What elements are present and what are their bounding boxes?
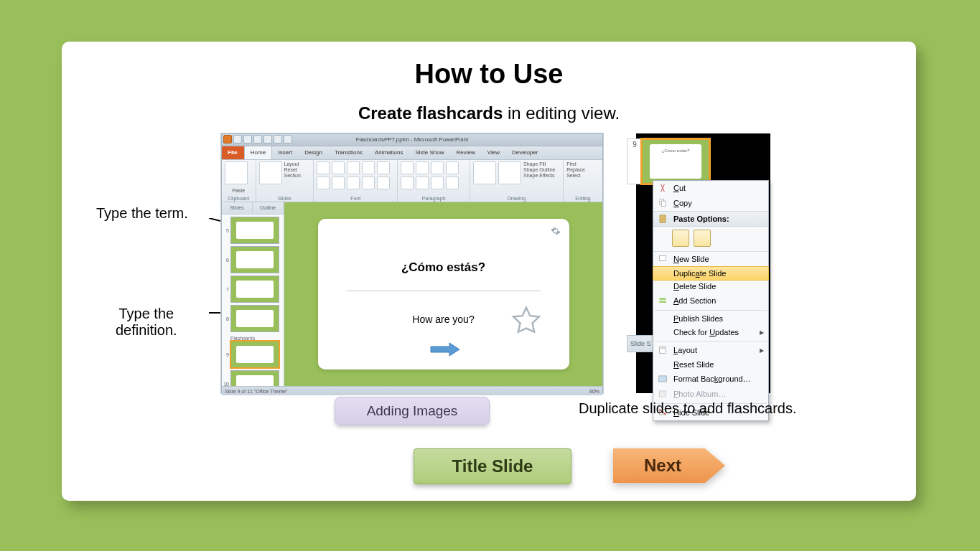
select-button[interactable]: Select — [566, 173, 599, 178]
svg-rect-11 — [659, 391, 666, 397]
shapes-icon[interactable] — [473, 161, 496, 184]
slide-editor[interactable]: ¿Cómo estás? How are you? — [284, 202, 602, 386]
context-menu: Cut Copy Paste Options: New Slide Duplic… — [653, 180, 769, 421]
para-item-icon[interactable] — [401, 176, 414, 189]
flashcard-term[interactable]: ¿Cómo estás? — [318, 260, 569, 275]
ctx-check-updates[interactable]: Check for Updates ▶ — [653, 326, 768, 339]
adding-images-button[interactable]: Adding Images — [335, 397, 490, 425]
font-item-icon[interactable] — [347, 161, 360, 174]
font-item-icon[interactable] — [332, 176, 345, 189]
ribbon-tab-transitions[interactable]: Transitions — [329, 146, 369, 159]
shape-effects-button[interactable]: Shape Effects — [523, 173, 555, 178]
flashcard-divider — [347, 291, 541, 291]
format-bg-icon — [658, 374, 668, 384]
ctx-format-background[interactable]: Format Background… — [653, 372, 768, 387]
slide-thumb[interactable]: 10 — [223, 370, 282, 386]
ribbon-tab-animations[interactable]: Animations — [369, 146, 410, 159]
ctx-delete-slide[interactable]: Delete Slide — [653, 280, 768, 293]
ppt-app-icon — [223, 135, 232, 143]
font-item-icon[interactable] — [317, 176, 330, 189]
find-button[interactable]: Find — [566, 161, 599, 166]
slide-thumb[interactable]: 5 — [223, 217, 282, 244]
para-item-icon[interactable] — [431, 161, 444, 174]
reset-button[interactable]: Reset — [284, 167, 301, 172]
para-item-icon[interactable] — [401, 161, 414, 174]
paste-option-button[interactable] — [672, 230, 689, 247]
font-item-icon[interactable] — [362, 161, 375, 174]
ribbon-tab-slideshow[interactable]: Slide Show — [409, 146, 450, 159]
slide-thumb[interactable]: 7 — [223, 276, 282, 303]
ctx-paste-options-header: Paste Options: — [653, 211, 768, 227]
ppt-window-title: FlashcardsPPT.pptm - Microsoft PowerPoin… — [356, 136, 469, 143]
ribbon-tab-developer[interactable]: Developer — [506, 146, 544, 159]
ribbon-tab-home[interactable]: Home — [244, 146, 272, 159]
para-item-icon[interactable] — [446, 161, 459, 174]
layout-icon — [658, 345, 668, 355]
flashcard-next-arrow-icon[interactable] — [429, 342, 461, 357]
ribbon-tab-view[interactable]: View — [482, 146, 506, 159]
subtitle-rest: in editing view. — [503, 103, 620, 123]
slide-thumbnail-pane: Slides Outline 5 6 7 8 Flashcards 9 10 — [222, 202, 284, 386]
para-item-icon[interactable] — [416, 176, 429, 189]
ctx-slide-thumb[interactable]: ¿Cómo estás? — [641, 138, 710, 184]
star-icon[interactable] — [510, 305, 542, 336]
ribbon-tab-file[interactable]: File — [222, 146, 244, 159]
ctx-new-slide[interactable]: New Slide — [653, 252, 768, 267]
title-slide-button[interactable]: Title Slide — [414, 448, 571, 484]
font-item-icon[interactable] — [332, 161, 345, 174]
chevron-right-icon: ▶ — [760, 347, 764, 354]
section-button[interactable]: Section — [284, 173, 301, 178]
shape-fill-button[interactable]: Shape Fill — [523, 161, 555, 166]
ctx-thumb-number: 9 — [627, 138, 643, 184]
ctx-cut[interactable]: Cut — [653, 181, 768, 196]
replace-button[interactable]: Replace — [566, 167, 599, 172]
next-button[interactable]: Next — [613, 448, 725, 483]
ribbon-tab-design[interactable]: Design — [299, 146, 329, 159]
qat-undo-icon[interactable] — [243, 135, 252, 143]
qat-save-icon[interactable] — [233, 135, 242, 143]
font-item-icon[interactable] — [347, 176, 360, 189]
ribbon-tab-insert[interactable]: Insert — [272, 146, 299, 159]
slide-thumb[interactable]: 8 — [223, 305, 282, 332]
gear-icon[interactable] — [551, 226, 561, 236]
ctx-paste-options-row — [653, 227, 768, 252]
arrange-icon[interactable] — [498, 161, 521, 184]
new-slide-icon[interactable] — [259, 161, 282, 184]
shape-outline-button[interactable]: Shape Outline — [523, 167, 555, 172]
font-item-icon[interactable] — [362, 176, 375, 189]
ctx-publish-slides[interactable]: Publish Slides — [653, 312, 768, 326]
qat-item-icon[interactable] — [274, 135, 282, 143]
clipboard-icon — [658, 214, 668, 224]
para-item-icon[interactable] — [431, 176, 444, 189]
group-clipboard: Clipboard — [225, 196, 253, 202]
font-item-icon[interactable] — [377, 161, 390, 174]
page-subtitle: Create flashcards in editing view. — [62, 103, 916, 123]
group-font: Font — [317, 196, 394, 202]
qat-redo-icon[interactable] — [253, 135, 262, 143]
ctx-duplicate-slide[interactable]: Duplicate Slide — [653, 266, 769, 281]
font-item-icon[interactable] — [317, 161, 330, 174]
slide-thumb-selected[interactable]: 9 — [223, 341, 282, 368]
qat-item-icon[interactable] — [263, 135, 272, 143]
paste-icon[interactable] — [225, 161, 248, 184]
slide-thumb[interactable]: 6 — [223, 246, 282, 273]
section-label: Flashcards — [223, 334, 282, 341]
para-item-icon[interactable] — [446, 176, 459, 189]
ctx-layout[interactable]: Layout ▶ — [653, 343, 768, 358]
slides-tab[interactable]: Slides — [222, 202, 253, 214]
outline-tab[interactable]: Outline — [253, 202, 284, 214]
para-item-icon[interactable] — [416, 161, 429, 174]
ctx-add-section[interactable]: Add Section — [653, 293, 768, 309]
ctx-copy[interactable]: Copy — [653, 196, 768, 211]
ppt-status-bar: Slide 9 of 11 "Office Theme" 80% — [222, 386, 602, 395]
paste-option-button[interactable] — [694, 230, 711, 247]
svg-rect-9 — [661, 348, 666, 349]
status-zoom[interactable]: 80% — [589, 389, 599, 394]
ribbon-tab-review[interactable]: Review — [450, 146, 481, 159]
qat-item-icon[interactable] — [284, 135, 292, 143]
font-item-icon[interactable] — [377, 176, 390, 189]
layout-button[interactable]: Layout — [284, 161, 301, 166]
add-section-icon — [658, 296, 668, 306]
ctx-photo-album: Photo Album… — [653, 387, 768, 402]
ctx-reset-slide[interactable]: Reset Slide — [653, 358, 768, 372]
